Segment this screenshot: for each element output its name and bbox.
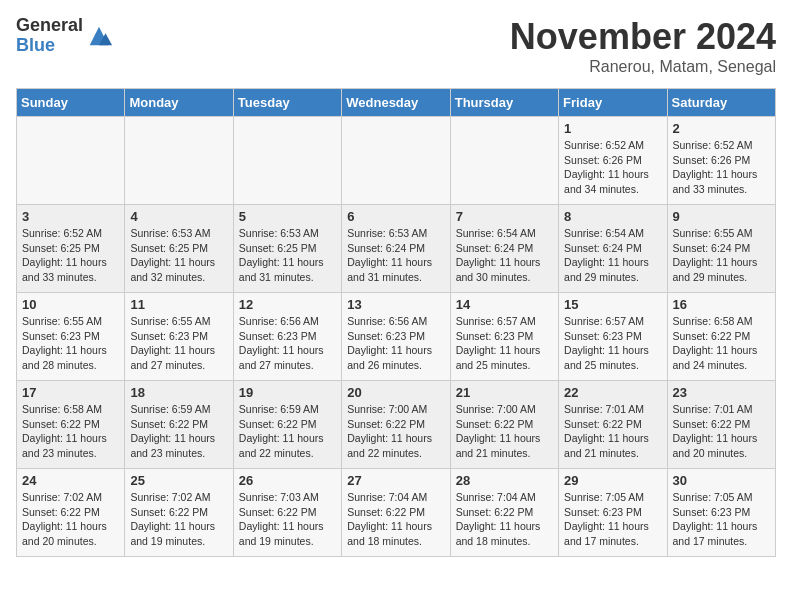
calendar-table: SundayMondayTuesdayWednesdayThursdayFrid… [16,88,776,557]
day-number: 21 [456,385,553,400]
day-number: 30 [673,473,770,488]
day-info: Sunrise: 6:57 AMSunset: 6:23 PMDaylight:… [564,314,661,373]
calendar-cell: 28Sunrise: 7:04 AMSunset: 6:22 PMDayligh… [450,469,558,557]
day-number: 25 [130,473,227,488]
day-info: Sunrise: 6:53 AMSunset: 6:24 PMDaylight:… [347,226,444,285]
day-number: 20 [347,385,444,400]
day-number: 22 [564,385,661,400]
calendar-cell: 12Sunrise: 6:56 AMSunset: 6:23 PMDayligh… [233,293,341,381]
calendar-cell [233,117,341,205]
day-number: 26 [239,473,336,488]
logo-text: General Blue [16,16,83,56]
day-number: 24 [22,473,119,488]
day-info: Sunrise: 6:58 AMSunset: 6:22 PMDaylight:… [22,402,119,461]
calendar-cell [17,117,125,205]
calendar-cell: 30Sunrise: 7:05 AMSunset: 6:23 PMDayligh… [667,469,775,557]
calendar-cell [450,117,558,205]
day-number: 5 [239,209,336,224]
day-number: 18 [130,385,227,400]
calendar-cell [125,117,233,205]
day-info: Sunrise: 6:54 AMSunset: 6:24 PMDaylight:… [564,226,661,285]
calendar-cell: 20Sunrise: 7:00 AMSunset: 6:22 PMDayligh… [342,381,450,469]
day-number: 10 [22,297,119,312]
calendar-cell [342,117,450,205]
title-block: November 2024 Ranerou, Matam, Senegal [510,16,776,76]
day-number: 17 [22,385,119,400]
day-info: Sunrise: 6:55 AMSunset: 6:24 PMDaylight:… [673,226,770,285]
week-row-5: 24Sunrise: 7:02 AMSunset: 6:22 PMDayligh… [17,469,776,557]
week-row-2: 3Sunrise: 6:52 AMSunset: 6:25 PMDaylight… [17,205,776,293]
day-number: 28 [456,473,553,488]
week-row-3: 10Sunrise: 6:55 AMSunset: 6:23 PMDayligh… [17,293,776,381]
day-number: 23 [673,385,770,400]
calendar-cell: 21Sunrise: 7:00 AMSunset: 6:22 PMDayligh… [450,381,558,469]
calendar-cell: 16Sunrise: 6:58 AMSunset: 6:22 PMDayligh… [667,293,775,381]
calendar-cell: 1Sunrise: 6:52 AMSunset: 6:26 PMDaylight… [559,117,667,205]
day-info: Sunrise: 7:02 AMSunset: 6:22 PMDaylight:… [130,490,227,549]
calendar-cell: 7Sunrise: 6:54 AMSunset: 6:24 PMDaylight… [450,205,558,293]
calendar-cell: 11Sunrise: 6:55 AMSunset: 6:23 PMDayligh… [125,293,233,381]
weekday-header-row: SundayMondayTuesdayWednesdayThursdayFrid… [17,89,776,117]
weekday-header-sunday: Sunday [17,89,125,117]
day-info: Sunrise: 7:04 AMSunset: 6:22 PMDaylight:… [347,490,444,549]
weekday-header-wednesday: Wednesday [342,89,450,117]
calendar-cell: 22Sunrise: 7:01 AMSunset: 6:22 PMDayligh… [559,381,667,469]
logo: General Blue [16,16,113,56]
page-header: General Blue November 2024 Ranerou, Mata… [16,16,776,76]
day-info: Sunrise: 7:03 AMSunset: 6:22 PMDaylight:… [239,490,336,549]
day-info: Sunrise: 6:53 AMSunset: 6:25 PMDaylight:… [239,226,336,285]
day-info: Sunrise: 7:02 AMSunset: 6:22 PMDaylight:… [22,490,119,549]
day-info: Sunrise: 7:00 AMSunset: 6:22 PMDaylight:… [456,402,553,461]
day-number: 16 [673,297,770,312]
weekday-header-monday: Monday [125,89,233,117]
day-number: 11 [130,297,227,312]
calendar-cell: 10Sunrise: 6:55 AMSunset: 6:23 PMDayligh… [17,293,125,381]
week-row-4: 17Sunrise: 6:58 AMSunset: 6:22 PMDayligh… [17,381,776,469]
day-info: Sunrise: 7:00 AMSunset: 6:22 PMDaylight:… [347,402,444,461]
calendar-cell: 3Sunrise: 6:52 AMSunset: 6:25 PMDaylight… [17,205,125,293]
day-info: Sunrise: 7:04 AMSunset: 6:22 PMDaylight:… [456,490,553,549]
calendar-cell: 9Sunrise: 6:55 AMSunset: 6:24 PMDaylight… [667,205,775,293]
day-info: Sunrise: 6:52 AMSunset: 6:25 PMDaylight:… [22,226,119,285]
logo-icon [85,22,113,50]
day-info: Sunrise: 6:53 AMSunset: 6:25 PMDaylight:… [130,226,227,285]
weekday-header-tuesday: Tuesday [233,89,341,117]
day-info: Sunrise: 6:58 AMSunset: 6:22 PMDaylight:… [673,314,770,373]
day-info: Sunrise: 7:05 AMSunset: 6:23 PMDaylight:… [673,490,770,549]
calendar-cell: 14Sunrise: 6:57 AMSunset: 6:23 PMDayligh… [450,293,558,381]
day-number: 15 [564,297,661,312]
day-info: Sunrise: 7:01 AMSunset: 6:22 PMDaylight:… [673,402,770,461]
day-number: 19 [239,385,336,400]
calendar-cell: 2Sunrise: 6:52 AMSunset: 6:26 PMDaylight… [667,117,775,205]
day-number: 8 [564,209,661,224]
day-number: 13 [347,297,444,312]
calendar-cell: 27Sunrise: 7:04 AMSunset: 6:22 PMDayligh… [342,469,450,557]
calendar-cell: 18Sunrise: 6:59 AMSunset: 6:22 PMDayligh… [125,381,233,469]
logo-general-text: General [16,16,83,36]
day-number: 2 [673,121,770,136]
day-number: 12 [239,297,336,312]
calendar-cell: 19Sunrise: 6:59 AMSunset: 6:22 PMDayligh… [233,381,341,469]
day-info: Sunrise: 6:57 AMSunset: 6:23 PMDaylight:… [456,314,553,373]
day-info: Sunrise: 6:52 AMSunset: 6:26 PMDaylight:… [564,138,661,197]
day-info: Sunrise: 6:55 AMSunset: 6:23 PMDaylight:… [22,314,119,373]
calendar-cell: 17Sunrise: 6:58 AMSunset: 6:22 PMDayligh… [17,381,125,469]
day-number: 7 [456,209,553,224]
calendar-cell: 5Sunrise: 6:53 AMSunset: 6:25 PMDaylight… [233,205,341,293]
day-number: 1 [564,121,661,136]
day-info: Sunrise: 6:54 AMSunset: 6:24 PMDaylight:… [456,226,553,285]
day-number: 14 [456,297,553,312]
day-info: Sunrise: 7:01 AMSunset: 6:22 PMDaylight:… [564,402,661,461]
day-info: Sunrise: 6:59 AMSunset: 6:22 PMDaylight:… [130,402,227,461]
calendar-cell: 29Sunrise: 7:05 AMSunset: 6:23 PMDayligh… [559,469,667,557]
day-number: 29 [564,473,661,488]
weekday-header-thursday: Thursday [450,89,558,117]
day-number: 9 [673,209,770,224]
day-info: Sunrise: 6:56 AMSunset: 6:23 PMDaylight:… [239,314,336,373]
day-number: 6 [347,209,444,224]
location-subtitle: Ranerou, Matam, Senegal [510,58,776,76]
logo-blue-text: Blue [16,36,83,56]
calendar-cell: 25Sunrise: 7:02 AMSunset: 6:22 PMDayligh… [125,469,233,557]
day-info: Sunrise: 6:56 AMSunset: 6:23 PMDaylight:… [347,314,444,373]
day-info: Sunrise: 6:55 AMSunset: 6:23 PMDaylight:… [130,314,227,373]
